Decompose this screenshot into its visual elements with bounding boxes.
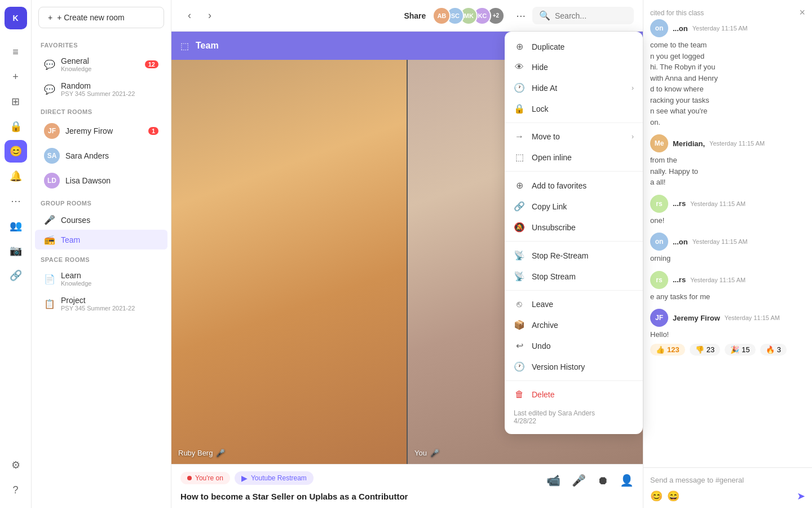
grid-icon[interactable]: ⊞ [5, 90, 27, 113]
search-icon: 🔍 [539, 10, 550, 21]
reaction-thumbsup[interactable]: 👍 123 [650, 344, 685, 356]
bottom-bar: You're on ▶ Youtube Restream 📹 🎤 ⏺ 👤 How… [171, 464, 643, 508]
jeremy-chat-text: Hello! [650, 329, 805, 340]
menu-item-unsubscribe[interactable]: 🔕 Unsubscribe [505, 217, 643, 238]
delete-icon: 🗑 [514, 389, 525, 400]
emoji-icon[interactable]: 😊 [5, 140, 27, 163]
sidebar-item-project[interactable]: 📋 Project PSY 345 Summer 2021-22 [35, 291, 167, 316]
dots-icon[interactable]: ⋯ [5, 190, 27, 212]
open-inline-icon: ⬚ [514, 152, 525, 163]
chat-avatar-4: on [650, 233, 668, 251]
menu-item-lock[interactable]: 🔒 Lock [505, 98, 643, 119]
menu-item-add-favorites[interactable]: ⊕ Add to favorites [505, 175, 643, 196]
menu-item-copy-link[interactable]: 🔗 Copy Link [505, 196, 643, 217]
lock-icon[interactable]: 🔒 [5, 115, 27, 138]
hamburger-icon[interactable]: ≡ [5, 41, 27, 63]
sidebar-item-courses[interactable]: 🎤 Courses [35, 210, 167, 230]
menu-item-stop-restream[interactable]: 📡 Stop Re-Stream [505, 245, 643, 266]
participant-name-ruby: Ruby Berg [178, 449, 213, 457]
emoji-picker-button[interactable]: 😊 [650, 490, 663, 502]
reaction-party[interactable]: 🎉 15 [725, 344, 755, 356]
sidebar: + + Create new room FAVORITES 💬 General … [32, 0, 171, 508]
video-label-left: Ruby Berg 🎤 [178, 449, 225, 457]
jeremy-chat-avatar: JF [650, 309, 668, 327]
help-icon[interactable]: ? [5, 479, 27, 501]
user-avatar[interactable]: K [5, 7, 27, 29]
menu-item-delete[interactable]: 🗑 Delete [505, 384, 643, 405]
menu-item-hide[interactable]: 👁 Hide [505, 57, 643, 77]
record-ctrl-button[interactable]: ⏺ [597, 474, 608, 487]
participant-name-you: You [414, 449, 427, 457]
camera-icon[interactable]: 📷 [5, 239, 27, 262]
reaction-thumbsdown[interactable]: 👎 23 [690, 344, 720, 356]
sidebar-item-team[interactable]: 📻 Team [35, 230, 167, 249]
menu-item-duplicate[interactable]: ⊕ Duplicate [505, 36, 643, 57]
close-panel-button[interactable]: × [799, 7, 805, 19]
chat-message-jeremy: JF Jeremy Firow Yesterday 11:15 AM Hello… [650, 309, 805, 356]
sidebar-item-jeremy[interactable]: JF Jeremy Firow 1 [35, 119, 167, 143]
chat-message-3: rs ...rs Yesterday 11:15 AM one! [650, 195, 805, 226]
share-button[interactable]: Share [404, 11, 426, 20]
menu-item-open-inline[interactable]: ⬚ Open inline [505, 147, 643, 168]
menu-item-archive[interactable]: 📦 Archive [505, 314, 643, 335]
menu-item-move-to[interactable]: → Move to › [505, 126, 643, 147]
unsubscribe-icon: 🔕 [514, 222, 525, 233]
screen-share-icon: ⬚ [180, 41, 189, 51]
jeremy-badge: 1 [148, 127, 158, 135]
menu-item-version-history[interactable]: 🕐 Version History [505, 356, 643, 377]
nav-buttons: ‹ › [180, 7, 219, 25]
copy-link-icon: 🔗 [514, 201, 525, 212]
menu-item-stop-stream[interactable]: 📡 Stop Stream [505, 266, 643, 287]
mic-ctrl-button[interactable]: 🎤 [572, 474, 586, 487]
sidebar-item-general[interactable]: 💬 General Knowledge 12 [35, 52, 167, 77]
direct-section-label: DIRECT ROOMS [32, 102, 171, 119]
video-ctrl-button[interactable]: 📹 [546, 474, 561, 487]
video-section: ⬚ Team 02:38 🔇 ⚙ Ruby Berg 🎤 [171, 32, 643, 508]
chat-avatar-5: rs [650, 271, 668, 289]
lisa-avatar: LD [44, 173, 60, 189]
mic-icon-you: 🎤 [430, 449, 439, 457]
settings-icon[interactable]: ⚙ [5, 454, 27, 476]
chat-icon: 💬 [44, 84, 55, 95]
chat-text-4: orning [650, 253, 805, 264]
search-input[interactable] [555, 11, 627, 20]
chat-text-3: one! [650, 215, 805, 226]
sidebar-item-lisa[interactable]: LD Lisa Dawson [35, 168, 167, 193]
chat-input-placeholder[interactable]: Send a message to #general [650, 474, 805, 487]
clock-icon: 🕐 [514, 82, 525, 93]
back-button[interactable]: ‹ [180, 7, 198, 25]
clipboard-icon: 📋 [44, 299, 55, 309]
add-icon[interactable]: + [5, 65, 27, 88]
search-bar[interactable]: 🔍 [532, 7, 634, 24]
bell-icon[interactable]: 🔔 [5, 165, 27, 187]
sidebar-item-sara[interactable]: SA Sara Anders [35, 143, 167, 168]
menu-item-undo[interactable]: ↩ Undo [505, 335, 643, 356]
space-section-label: SPACE ROOMS [32, 249, 171, 266]
jeremy-chat-time: Yesterday 11:15 AM [725, 314, 780, 321]
jeremy-chat-name: Jeremy Firow [673, 314, 720, 322]
send-button[interactable]: ➤ [797, 490, 805, 502]
room-title: How to become a Star Seller on Uplabs as… [180, 492, 634, 501]
user-ctrl-button[interactable]: 👤 [620, 474, 634, 487]
menu-divider-5 [505, 380, 643, 381]
topbar: ‹ › Share AB SC MK KC +2 ··· 🔍 [171, 0, 643, 32]
chat-text-2: from thenally. Happy toa all! [650, 155, 805, 188]
menu-item-leave[interactable]: ⎋ Leave [505, 294, 643, 314]
stop-stream-icon: 📡 [514, 271, 525, 282]
menu-divider-2 [505, 171, 643, 172]
team-icon[interactable]: 👥 [5, 214, 27, 237]
reaction-fire[interactable]: 🔥 3 [760, 344, 787, 356]
favorites-section-label: FAVORITES [32, 35, 171, 52]
sidebar-item-random[interactable]: 💬 Random PSY 345 Summer 2021-22 [35, 77, 167, 102]
link-icon[interactable]: 🔗 [5, 264, 27, 287]
gif-button[interactable]: 😄 [667, 490, 679, 502]
more-options-button[interactable]: ··· [516, 9, 526, 22]
video-label-right: You 🎤 [414, 449, 439, 457]
chevron-right-icon-2: › [632, 133, 634, 141]
chat-avatar-2: Me [650, 134, 668, 152]
create-room-button[interactable]: + + Create new room [38, 7, 164, 28]
forward-button[interactable]: › [201, 7, 219, 25]
star-icon: ⊕ [514, 180, 525, 191]
sidebar-item-learn[interactable]: 📄 Learn Knowledge [35, 266, 167, 291]
menu-item-hide-at[interactable]: 🕐 Hide At › [505, 77, 643, 98]
